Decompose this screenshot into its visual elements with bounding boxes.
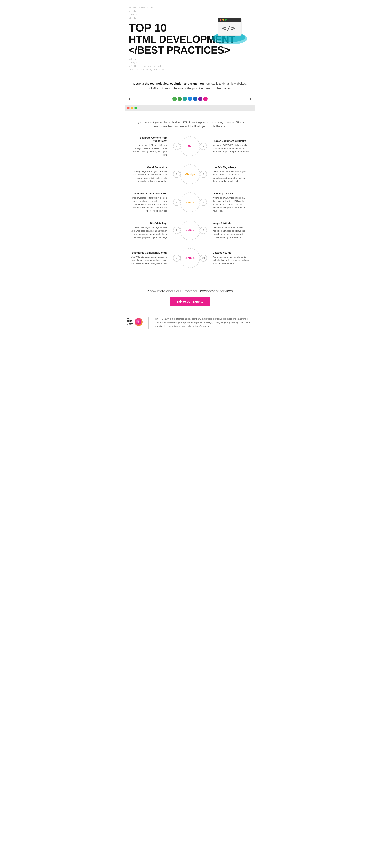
circle-pair-3: 5 <\em> 6 <box>173 192 207 212</box>
num-circle-2: 2 <box>200 143 207 150</box>
footer: TO THE NEW TO THE NEW is a digital tec <box>121 312 259 334</box>
dots-line-left <box>132 99 170 99</box>
practice-desc-4: Use meaningful title tags to make your w… <box>131 226 168 239</box>
practice-title-r4: Image Attribute <box>212 222 249 225</box>
dot-blue <box>188 97 192 101</box>
browser-intro-text: Right from naming coventions, shorthand … <box>131 120 249 128</box>
footer-desc: TO THE NEW is a digital technology compa… <box>154 317 253 328</box>
browser-dot-yellow <box>131 107 133 109</box>
hero-code-bottom: </head> <body> <h1>This is a Heading </h… <box>129 57 251 71</box>
dot-square-right <box>250 98 251 100</box>
num-circle-5: 5 <box>173 199 180 206</box>
practice-title-r1: Proper Document Structure <box>212 140 249 143</box>
footer-logo-row: TO THE NEW <box>127 317 143 326</box>
num-circle-8: 8 <box>200 227 207 234</box>
dot-teal <box>183 97 187 101</box>
practice-title-1: Separate Content from Presentation <box>131 136 168 142</box>
num-circle-9: 9 <box>173 254 180 261</box>
practice-row-2: Good Semantics Use right tags at the rig… <box>131 162 249 186</box>
practice-title-r3: LINK tag for CSS <box>212 192 249 195</box>
tagline-bold: Despite the technological evolution and … <box>134 82 204 85</box>
num-circle-10: 10 <box>200 254 207 261</box>
practice-row-4: Title/Meta tags Use meaningful title tag… <box>131 219 249 242</box>
dots-circles <box>172 97 208 101</box>
practice-title-2: Good Semantics <box>131 166 168 169</box>
practice-row-1: Separate Content from Presentation Never… <box>131 134 249 158</box>
footer-logo-text: TO THE NEW <box>127 317 133 326</box>
num-circle-1: 1 <box>173 143 180 150</box>
browser-dot-green <box>135 107 137 109</box>
dot-purple <box>198 97 202 101</box>
num-circle-4: 4 <box>200 171 207 178</box>
practice-title-4: Title/Meta tags <box>131 222 168 225</box>
practice-right-1: Proper Document Structure Include <! DOC… <box>210 140 249 153</box>
browser-intro-line <box>178 116 202 116</box>
svg-text:</>: </> <box>222 24 235 32</box>
tagline-section: Despite the technological evolution and … <box>121 75 259 95</box>
practice-right-2: Use DIV Tag wisely Use Divs for major se… <box>210 166 249 183</box>
know-more-section: Know more about our Frontend Development… <box>121 281 259 312</box>
browser-window: Right from naming coventions, shorthand … <box>125 105 255 275</box>
circle-pair-4: 7 <\div> 8 <box>173 220 207 240</box>
practice-right-4: Image Attribute Use descriptive Alternat… <box>210 222 249 239</box>
practice-left-4: Title/Meta tags Use meaningful title tag… <box>131 222 170 239</box>
footer-logo-icon <box>135 318 143 326</box>
dot-pink <box>203 97 208 101</box>
cta-button[interactable]: Talk to our Experts <box>170 297 211 306</box>
know-more-title: Know more about our Frontend Development… <box>125 289 255 293</box>
practice-desc-1: Never mix HTML and CSS and always create… <box>131 144 168 156</box>
practice-left-2: Good Semantics Use right tags at the rig… <box>131 166 170 183</box>
practice-row-3: Clean and Organised Markup Use lowercase… <box>131 190 249 215</box>
dot-green-2 <box>178 97 182 101</box>
svg-point-5 <box>220 19 222 21</box>
practice-desc-r2: Use Divs for major sections of your code… <box>212 170 249 183</box>
practice-desc-2: Use right tags at the right place, like … <box>131 170 168 183</box>
practice-desc-r5: Apply classes to multiple elements with … <box>212 255 249 265</box>
browser-bar <box>125 105 255 111</box>
practice-desc-5: Use W3C standards compliant coding to ma… <box>131 255 168 265</box>
dots-line-right <box>210 99 248 99</box>
num-circle-7: 7 <box>173 227 180 234</box>
dot-dark-blue <box>193 97 197 101</box>
tag-circle-body: <\body> <box>180 164 200 184</box>
code-bracket-icon: </> <box>208 4 251 48</box>
dot-green-1 <box>172 97 177 101</box>
practice-right-3: LINK tag for CSS Always add CSS through … <box>210 192 249 213</box>
practice-title-r5: Classes Vs. Ids <box>212 251 249 254</box>
svg-point-7 <box>225 19 227 21</box>
tag-circle-em: <\em> <box>180 192 200 212</box>
dots-divider <box>121 95 259 105</box>
practice-row-5: Standards Compliant Markup Use W3C stand… <box>131 246 249 270</box>
practice-left-5: Standards Compliant Markup Use W3C stand… <box>131 251 170 265</box>
practice-left-1: Separate Content from Presentation Never… <box>131 136 170 156</box>
tag-circle-br: <\br> <box>180 136 200 156</box>
practice-desc-r1: Include <! DOCTYPE html>, <html>, <head>… <box>212 144 249 153</box>
practice-title-5: Standards Compliant Markup <box>131 251 168 254</box>
circle-pair-1: 1 <\br> 2 <box>173 136 207 156</box>
svg-rect-4 <box>218 21 241 22</box>
svg-point-6 <box>223 19 224 21</box>
practice-desc-3: Use lowercase letters within element nam… <box>131 196 168 213</box>
footer-logo: TO THE NEW <box>127 317 133 326</box>
practice-left-3: Clean and Organised Markup Use lowercase… <box>131 192 170 213</box>
practices-grid: Separate Content from Presentation Never… <box>131 134 249 270</box>
footer-divider <box>148 317 149 329</box>
tag-circle-html: <\html> <box>180 248 200 268</box>
practice-desc-r4: Use descriptive Alternative Text Attribu… <box>212 226 249 239</box>
practice-title-3: Clean and Organised Markup <box>131 192 168 195</box>
practice-right-5: Classes Vs. Ids Apply classes to multipl… <box>210 251 249 265</box>
circle-pair-5: 9 <\html> 10 <box>173 248 207 268</box>
num-circle-3: 3 <box>173 171 180 178</box>
practice-desc-r3: Always add CSS through external files, p… <box>212 196 249 213</box>
hero-section: <!INFOGRAPHIC.html> <html> <head> <title… <box>121 0 259 75</box>
circle-pair-2: 3 <\body> 4 <box>173 164 207 184</box>
tag-circle-div: <\div> <box>180 220 200 240</box>
dot-square-left <box>129 98 130 100</box>
browser-dot-red <box>127 107 129 109</box>
num-circle-6: 6 <box>200 199 207 206</box>
practice-title-r2: Use DIV Tag wisely <box>212 166 249 169</box>
browser-content: Right from naming coventions, shorthand … <box>125 111 255 275</box>
